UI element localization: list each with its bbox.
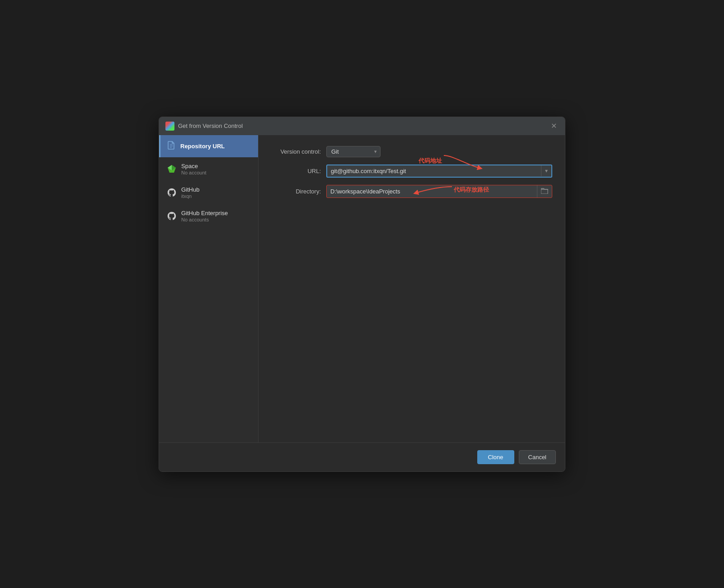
dialog-title: Get from Version Control	[178, 122, 243, 129]
space-icon	[167, 164, 177, 174]
url-annotation: 代码地址	[418, 152, 480, 170]
url-annotation-arrow	[444, 152, 480, 170]
version-control-select[interactable]: Git Mercurial Subversion	[326, 146, 381, 157]
directory-section: Directory:	[271, 185, 552, 198]
title-bar: Get from Version Control ✕	[159, 117, 565, 135]
version-control-label: Version control:	[271, 148, 321, 155]
sidebar-item-content-github-enterprise: GitHub Enterprise No accounts	[181, 210, 228, 222]
space-title: Space	[181, 163, 207, 169]
dir-annotation: 代码存放路径	[416, 183, 489, 197]
github-enterprise-icon	[167, 211, 177, 221]
dialog-body: Repository URL Space No account	[159, 135, 565, 442]
cancel-button[interactable]: Cancel	[519, 450, 556, 464]
sidebar-item-content-space: Space No account	[181, 163, 207, 175]
github-enterprise-title: GitHub Enterprise	[181, 210, 228, 216]
app-icon	[165, 122, 174, 131]
url-annotation-label: 代码地址	[418, 157, 442, 165]
url-section: URL: ▾ 代码地址	[271, 165, 552, 178]
url-row: URL: ▾	[271, 165, 552, 178]
sidebar-item-space[interactable]: Space No account	[159, 157, 258, 181]
sidebar: Repository URL Space No account	[159, 135, 259, 442]
folder-icon	[541, 188, 548, 194]
browse-button[interactable]	[537, 185, 552, 198]
close-button[interactable]: ✕	[549, 122, 559, 131]
space-subtitle: No account	[181, 170, 207, 175]
directory-row: Directory:	[271, 185, 552, 198]
title-bar-left: Get from Version Control	[165, 122, 243, 131]
dir-annotation-label: 代码存放路径	[454, 186, 489, 194]
svg-rect-4	[541, 189, 548, 194]
sidebar-item-repository-url[interactable]: Repository URL	[159, 135, 258, 157]
github-enterprise-subtitle: No accounts	[181, 217, 228, 222]
github-title: GitHub	[181, 186, 199, 193]
dir-annotation-arrow	[416, 183, 452, 197]
github-subtitle: itxqn	[181, 193, 199, 199]
url-label: URL:	[271, 168, 321, 174]
sidebar-item-github[interactable]: GitHub itxqn	[159, 181, 258, 204]
url-dropdown-button[interactable]: ▾	[541, 165, 551, 176]
sidebar-item-github-enterprise[interactable]: GitHub Enterprise No accounts	[159, 204, 258, 228]
github-icon	[167, 188, 177, 198]
directory-label: Directory:	[271, 188, 321, 195]
sidebar-item-title: Repository URL	[180, 143, 225, 150]
version-control-select-wrapper: Git Mercurial Subversion	[326, 146, 381, 157]
repo-icon	[167, 141, 176, 152]
sidebar-item-content: Repository URL	[180, 143, 225, 150]
clone-button[interactable]: Clone	[477, 450, 514, 464]
version-control-row: Version control: Git Mercurial Subversio…	[271, 146, 552, 157]
main-content: Version control: Git Mercurial Subversio…	[259, 135, 565, 442]
sidebar-item-content-github: GitHub itxqn	[181, 186, 199, 199]
dialog-footer: Clone Cancel	[159, 442, 565, 471]
dialog: Get from Version Control ✕ Repository UR…	[159, 117, 565, 472]
